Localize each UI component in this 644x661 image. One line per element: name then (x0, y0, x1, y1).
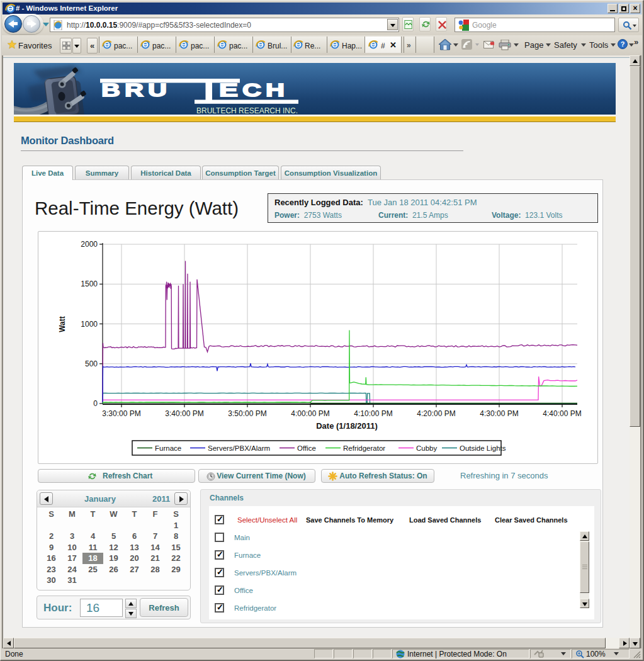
svg-text:Cubby: Cubby (416, 444, 437, 452)
svg-text:4:00:00 PM: 4:00:00 PM (291, 409, 329, 418)
svg-text:?: ? (621, 40, 625, 48)
svg-text:4:20:00 PM: 4:20:00 PM (417, 409, 455, 418)
svg-text:B: B (101, 80, 120, 100)
svg-text:2000: 2000 (81, 240, 98, 249)
svg-text:E: E (219, 80, 238, 100)
svg-text:0: 0 (93, 399, 98, 408)
svg-text:Servers/PBX/Alarm: Servers/PBX/Alarm (208, 444, 270, 452)
svg-text:U: U (148, 80, 167, 100)
svg-text:Outside Lights: Outside Lights (460, 444, 506, 452)
svg-text:C: C (242, 80, 261, 100)
svg-text:4:40:00 PM: 4:40:00 PM (543, 409, 581, 418)
svg-text:H: H (266, 80, 285, 100)
svg-text:4:30:00 PM: 4:30:00 PM (480, 409, 518, 418)
svg-text:4:10:00 PM: 4:10:00 PM (354, 409, 392, 418)
svg-text:Refridgerator: Refridgerator (343, 444, 385, 452)
svg-text:Office: Office (297, 444, 316, 452)
svg-text:3:40:00 PM: 3:40:00 PM (165, 409, 203, 418)
svg-text:1500: 1500 (81, 280, 98, 288)
svg-text:Furnace: Furnace (155, 444, 181, 452)
svg-text:Date (1/18/2011): Date (1/18/2011) (316, 421, 378, 431)
svg-text:BRULTECH RESEARCH INC.: BRULTECH RESEARCH INC. (196, 106, 298, 115)
svg-text:3:30:00 PM: 3:30:00 PM (102, 409, 140, 418)
svg-text:1000: 1000 (81, 320, 98, 329)
svg-text:500: 500 (85, 359, 98, 368)
svg-text:3:50:00 PM: 3:50:00 PM (228, 409, 266, 418)
svg-text:R: R (125, 80, 144, 100)
svg-text:Watt: Watt (58, 316, 67, 332)
